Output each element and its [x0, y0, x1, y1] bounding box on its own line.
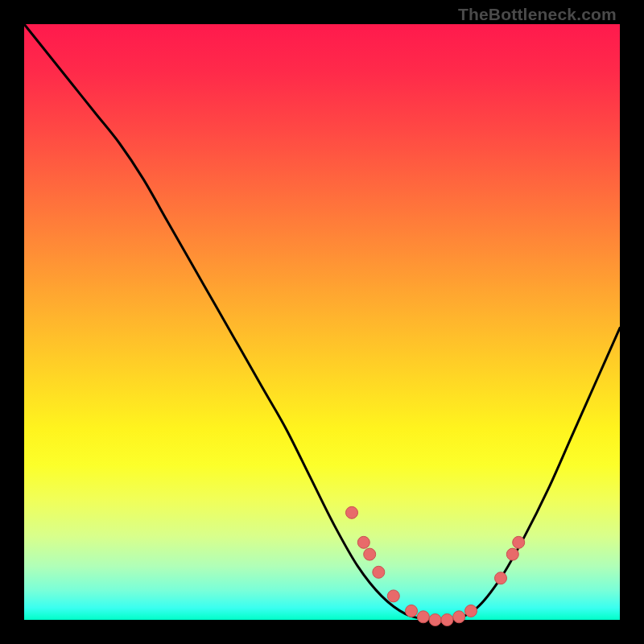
marker-point [417, 611, 429, 623]
marker-point [495, 572, 507, 584]
marker-point [453, 611, 465, 623]
marker-point [346, 506, 358, 518]
marker-point [441, 614, 453, 626]
marker-point [465, 605, 477, 617]
marker-point [506, 548, 518, 560]
bottleneck-curve [24, 24, 620, 621]
marker-group [346, 506, 525, 625]
marker-point [357, 536, 369, 548]
marker-point [513, 536, 525, 548]
chart-frame: TheBottleneck.com [0, 0, 644, 644]
marker-point [429, 614, 441, 626]
marker-point [406, 605, 418, 617]
marker-point [387, 590, 399, 602]
marker-point [364, 548, 376, 560]
marker-point [373, 566, 385, 578]
chart-svg [24, 24, 620, 620]
watermark-text: TheBottleneck.com [458, 5, 617, 24]
